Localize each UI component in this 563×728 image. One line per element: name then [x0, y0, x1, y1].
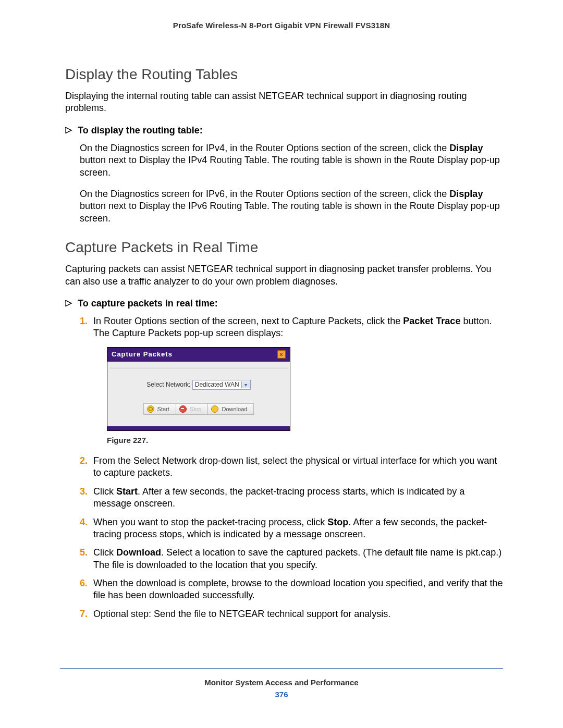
- step-number: 6.: [80, 577, 88, 589]
- text: On the Diagnostics screen for IPv4, in t…: [80, 143, 449, 153]
- figure-capture-packets-popup: Capture Packets × Select Network: Dedica…: [107, 347, 503, 431]
- step-item: 5. Click Download. Select a location to …: [80, 547, 503, 571]
- text: Click: [93, 547, 116, 558]
- text: button next to Display the IPv6 Routing …: [80, 201, 500, 223]
- bold-text: Download: [116, 547, 161, 558]
- footer-rule: [60, 668, 503, 669]
- popup-bottom-bar: [107, 426, 290, 430]
- svg-marker-1: [65, 300, 71, 306]
- start-button[interactable]: Start: [143, 403, 176, 415]
- step-number: 3.: [80, 486, 88, 498]
- triangle-right-icon: [65, 300, 72, 306]
- button-label: Stop: [190, 405, 202, 413]
- section-heading-capture-packets: Capture Packets in Real Time: [65, 239, 503, 256]
- divider: [109, 367, 288, 368]
- body-text: On the Diagnostics screen for IPv6, in t…: [80, 188, 503, 225]
- text: When the download is complete, browse to…: [93, 578, 503, 600]
- bold-text: Display: [449, 143, 483, 153]
- text: In Router Options section of the screen,…: [93, 316, 403, 326]
- text: . After a few seconds, the packet-tracin…: [93, 486, 464, 509]
- step-number: 5.: [80, 547, 88, 559]
- page-footer: Monitor System Access and Performance 37…: [60, 668, 503, 699]
- text: Click: [93, 486, 116, 497]
- text: From the Select Network drop-down list, …: [93, 455, 497, 478]
- page-content: Display the Routing Tables Displaying th…: [60, 66, 503, 620]
- step-number: 1.: [80, 315, 88, 327]
- popup-title-text: Capture Packets: [112, 350, 173, 359]
- text: button next to Display the IPv4 Routing …: [80, 155, 500, 177]
- text: On the Diagnostics screen for IPv6, in t…: [80, 189, 449, 199]
- body-text: Capturing packets can assist NETGEAR tec…: [65, 263, 503, 288]
- step-item: 7. Optional step: Send the file to NETGE…: [80, 608, 503, 620]
- step-item: 2. From the Select Network drop-down lis…: [80, 455, 503, 479]
- procedure-steps: 1. In Router Options section of the scre…: [80, 315, 503, 620]
- stop-icon: [179, 405, 187, 413]
- figure-caption: Figure 227.: [107, 435, 503, 446]
- footer-chapter-title: Monitor System Access and Performance: [60, 678, 503, 687]
- footer-page-number: 376: [60, 690, 503, 699]
- svg-marker-0: [65, 127, 71, 133]
- bold-text: Stop: [327, 517, 348, 527]
- step-number: 2.: [80, 455, 88, 467]
- step-item: 1. In Router Options section of the scre…: [80, 315, 503, 446]
- button-label: Download: [222, 405, 247, 413]
- step-item: 4. When you want to stop the packet-trac…: [80, 516, 503, 541]
- download-button[interactable]: Download: [208, 403, 254, 415]
- button-label: Start: [157, 405, 169, 413]
- body-text: On the Diagnostics screen for IPv4, in t…: [80, 142, 503, 179]
- popup-titlebar: Capture Packets ×: [107, 348, 290, 362]
- bold-text: Packet Trace: [403, 316, 460, 326]
- step-item: 3. Click Start. After a few seconds, the…: [80, 486, 503, 510]
- download-icon: [211, 405, 218, 413]
- stop-button[interactable]: Stop: [176, 403, 209, 415]
- step-number: 4.: [80, 516, 88, 528]
- popup-button-row: Start Stop Download: [107, 403, 290, 415]
- procedure-title: To display the routing table:: [78, 125, 203, 136]
- bold-text: Display: [449, 189, 483, 199]
- capture-packets-popup: Capture Packets × Select Network: Dedica…: [107, 347, 290, 431]
- triangle-right-icon: [65, 127, 72, 133]
- select-network-value: Dedicated WAN: [193, 380, 241, 390]
- page-header: ProSafe Wireless-N 8-Port Gigabit VPN Fi…: [60, 21, 503, 30]
- step-number: 7.: [80, 608, 88, 620]
- body-text: Displaying the internal routing table ca…: [65, 90, 503, 115]
- select-network-dropdown[interactable]: Dedicated WAN▾: [192, 380, 251, 390]
- select-network-label: Select Network:: [146, 381, 190, 388]
- text: Optional step: Send the file to NETGEAR …: [93, 609, 390, 619]
- select-network-row: Select Network: Dedicated WAN▾: [107, 380, 290, 390]
- bold-text: Start: [116, 486, 138, 497]
- text: When you want to stop the packet-tracing…: [93, 517, 327, 527]
- step-item: 6. When the download is complete, browse…: [80, 577, 503, 602]
- chevron-down-icon: ▾: [241, 381, 250, 388]
- start-icon: [147, 405, 154, 413]
- section-heading-routing-tables: Display the Routing Tables: [65, 66, 503, 83]
- close-icon[interactable]: ×: [277, 350, 286, 359]
- procedure-heading: To capture packets in real time:: [65, 298, 503, 309]
- popup-body: Select Network: Dedicated WAN▾ Start: [107, 362, 290, 427]
- procedure-heading: To display the routing table:: [65, 125, 503, 136]
- procedure-title: To capture packets in real time:: [78, 298, 218, 309]
